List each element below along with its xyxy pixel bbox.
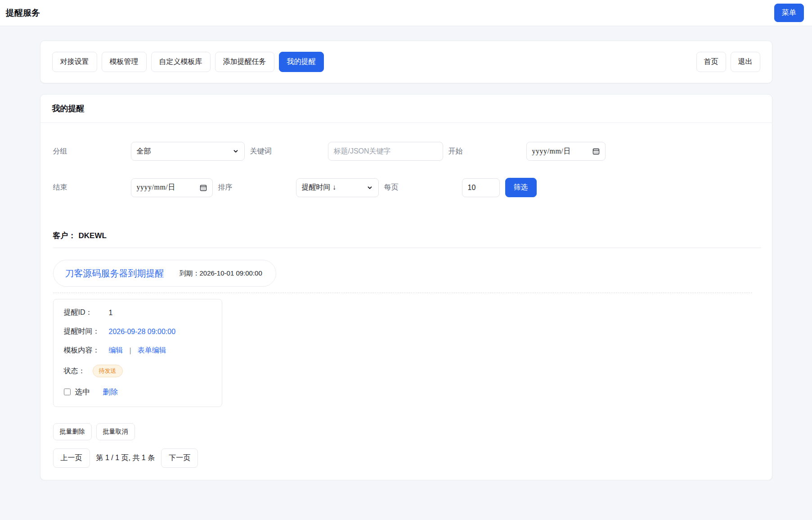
- customer-name: DKEWL: [79, 231, 107, 240]
- link-separator: |: [130, 347, 131, 355]
- calendar-icon: [592, 148, 600, 155]
- batch-delete-button[interactable]: 批量删除: [53, 423, 92, 440]
- topbar: 提醒服务 菜单: [0, 0, 812, 26]
- template-content-label: 模板内容：: [64, 346, 109, 355]
- dashed-divider: [53, 293, 752, 293]
- reminder-title-link[interactable]: 刀客源码服务器到期提醒: [65, 267, 164, 280]
- group-select-value: 全部: [137, 147, 151, 156]
- select-checkbox[interactable]: [64, 389, 71, 395]
- select-row: 选中 删除: [64, 387, 211, 397]
- prev-page-button[interactable]: 上一页: [53, 448, 90, 468]
- reminder-id-label: 提醒ID：: [64, 308, 109, 317]
- template-content-row: 模板内容： 编辑 | 表单编辑: [64, 346, 211, 355]
- panel-title: 我的提醒: [40, 95, 772, 123]
- status-label: 状态：: [64, 366, 85, 376]
- due-label: 到期：: [179, 269, 200, 277]
- tab-connection-settings[interactable]: 对接设置: [52, 52, 97, 72]
- status-row: 状态： 待发送: [64, 365, 211, 377]
- due-time: 2026-10-01 09:00:00: [200, 269, 262, 277]
- start-date-input[interactable]: yyyy/mm/日: [526, 142, 606, 161]
- filter-row-1: 分组 全部 关键词 开始 yyyy/mm/日: [53, 142, 761, 161]
- group-select[interactable]: 全部: [131, 142, 245, 161]
- sort-select-value: 提醒时间 ↓: [302, 183, 336, 192]
- tab-template-management[interactable]: 模板管理: [102, 52, 147, 72]
- tab-custom-template-library[interactable]: 自定义模板库: [151, 52, 211, 72]
- batch-actions: 批量删除 批量取消: [53, 423, 761, 440]
- tab-my-reminders[interactable]: 我的提醒: [279, 52, 324, 72]
- customer-heading: 客户：DKEWL: [53, 231, 761, 241]
- end-date-label: 结束: [53, 183, 131, 192]
- home-button[interactable]: 首页: [696, 52, 726, 72]
- menu-button[interactable]: 菜单: [774, 4, 804, 22]
- filter-button[interactable]: 筛选: [505, 178, 537, 197]
- status-badge: 待发送: [93, 365, 123, 377]
- reminder-time-link[interactable]: 2026-09-28 09:00:00: [109, 328, 176, 336]
- section-divider: [53, 248, 761, 248]
- chevron-down-icon: [233, 148, 239, 154]
- reminder-id-value: 1: [109, 309, 113, 317]
- tab-add-reminder-task[interactable]: 添加提醒任务: [215, 52, 274, 72]
- select-label: 选中: [75, 387, 90, 397]
- keyword-input[interactable]: [328, 142, 443, 161]
- filter-form: 分组 全部 关键词 开始 yyyy/mm/日: [53, 123, 761, 197]
- delete-link[interactable]: 删除: [103, 387, 118, 397]
- page-container: 对接设置 模板管理 自定义模板库 添加提醒任务 我的提醒 首页 退出 我的提醒 …: [40, 41, 772, 480]
- nav-tabs: 对接设置 模板管理 自定义模板库 添加提醒任务 我的提醒: [52, 52, 324, 72]
- panel-body: 分组 全部 关键词 开始 yyyy/mm/日: [40, 123, 772, 468]
- nav-card: 对接设置 模板管理 自定义模板库 添加提醒任务 我的提醒 首页 退出: [40, 41, 772, 83]
- filter-row-2: 结束 yyyy/mm/日 排序: [53, 178, 761, 197]
- customer-section: 客户：DKEWL 刀客源码服务器到期提醒 到期：2026-10-01 09:00…: [53, 231, 761, 407]
- edit-link[interactable]: 编辑: [109, 346, 123, 355]
- start-date-value: yyyy/mm/日: [532, 147, 571, 156]
- customer-label: 客户：: [53, 231, 76, 240]
- reminder-time-row: 提醒时间： 2026-09-28 09:00:00: [64, 327, 211, 336]
- end-date-input[interactable]: yyyy/mm/日: [131, 178, 213, 197]
- per-page-input[interactable]: [462, 178, 500, 197]
- chevron-down-icon: [367, 185, 373, 191]
- keyword-label: 关键词: [250, 147, 328, 156]
- app-title: 提醒服务: [6, 7, 40, 19]
- group-label: 分组: [53, 147, 131, 156]
- sort-select[interactable]: 提醒时间 ↓: [296, 178, 379, 197]
- end-date-value: yyyy/mm/日: [137, 183, 175, 192]
- sort-label: 排序: [218, 183, 296, 192]
- pagination: 上一页 第 1 / 1 页, 共 1 条 下一页: [53, 448, 761, 468]
- page-info: 第 1 / 1 页, 共 1 条: [96, 453, 155, 463]
- reminder-summary: 刀客源码服务器到期提醒 到期：2026-10-01 09:00:00: [53, 260, 276, 287]
- logout-button[interactable]: 退出: [731, 52, 760, 72]
- start-date-label: 开始: [449, 147, 526, 156]
- nav-actions: 首页 退出: [696, 52, 760, 72]
- reminder-detail-card: 提醒ID： 1 提醒时间： 2026-09-28 09:00:00 模板内容： …: [53, 299, 222, 407]
- calendar-icon: [200, 184, 207, 191]
- my-reminders-panel: 我的提醒 分组 全部 关键词 开始 yyyy/mm/日: [40, 94, 772, 480]
- next-page-button[interactable]: 下一页: [161, 448, 198, 468]
- batch-cancel-button[interactable]: 批量取消: [96, 423, 135, 440]
- reminder-due: 到期：2026-10-01 09:00:00: [179, 269, 262, 278]
- per-page-label: 每页: [384, 183, 462, 192]
- reminder-id-row: 提醒ID： 1: [64, 308, 211, 317]
- reminder-time-label: 提醒时间：: [64, 327, 109, 336]
- form-edit-link[interactable]: 表单编辑: [138, 346, 166, 355]
